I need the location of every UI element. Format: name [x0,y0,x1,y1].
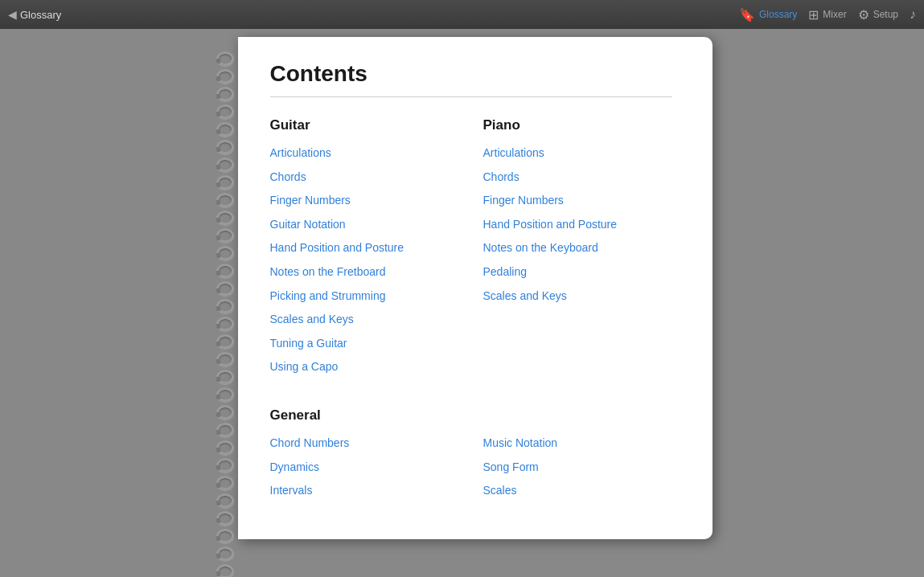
spiral-ring [216,158,234,172]
general-section: General Chord Numbers Dynamics Intervals… [270,407,672,507]
spiral-ring [216,387,234,402]
guitar-tuning-link[interactable]: Tuning a Guitar [270,336,459,352]
spiral-ring [216,140,234,154]
spiral-ring [216,511,234,526]
general-intervals-link[interactable]: Intervals [270,483,459,499]
general-left: Chord Numbers Dynamics Intervals [270,436,459,507]
piano-chords-link[interactable]: Chords [483,170,672,186]
glossary-icon: 🔖 [739,7,755,23]
guitar-notes-fretboard-link[interactable]: Notes on the Fretboard [270,264,459,280]
spiral-ring [216,228,234,243]
spiral-ring [216,493,234,508]
piano-pedaling-link[interactable]: Pedaling [483,264,672,280]
spiral-ring [216,264,234,278]
guitar-capo-link[interactable]: Using a Capo [270,359,459,375]
nav-mixer[interactable]: ⊞ Mixer [808,7,846,23]
titlebar-nav: 🔖 Glossary ⊞ Mixer ⚙ Setup ♪ [739,0,916,29]
general-dynamics-link[interactable]: Dynamics [270,460,459,476]
notebook: Contents Guitar Articulations Chords Fin… [212,37,713,577]
general-right: Music Notation Song Form Scales [483,436,672,507]
glossary-label: Glossary [759,9,797,20]
spiral-ring [216,564,234,577]
divider [270,96,672,97]
notebook-page: Contents Guitar Articulations Chords Fin… [238,37,713,539]
spiral-ring [216,281,234,296]
spiral-ring [216,458,234,473]
piano-hand-position-link[interactable]: Hand Position and Posture [483,217,672,233]
general-chord-numbers-link[interactable]: Chord Numbers [270,436,459,452]
piano-finger-numbers-link[interactable]: Finger Numbers [483,193,672,209]
general-heading: General [270,407,672,424]
general-music-notation-link[interactable]: Music Notation [483,436,672,452]
music-icon: ♪ [910,7,916,22]
mixer-label: Mixer [823,9,846,20]
guitar-articulations-link[interactable]: Articulations [270,145,459,162]
guitar-notation-link[interactable]: Guitar Notation [270,217,459,233]
nav-glossary[interactable]: 🔖 Glossary [739,7,797,23]
guitar-finger-numbers-link[interactable]: Finger Numbers [270,193,459,209]
nav-music[interactable]: ♪ [910,7,916,22]
general-song-form-link[interactable]: Song Form [483,460,672,476]
spiral-ring [216,104,234,119]
spiral-ring [216,175,234,190]
spiral-ring [216,546,234,561]
spiral-ring [216,193,234,207]
spiral-ring [216,352,234,366]
guitar-heading: Guitar [270,117,459,133]
main-area: Contents Guitar Articulations Chords Fin… [0,29,924,577]
spiral-ring [216,299,234,313]
guitar-scales-keys-link[interactable]: Scales and Keys [270,312,459,328]
guitar-chords-link[interactable]: Chords [270,170,459,186]
piano-heading: Piano [483,117,672,133]
spiral-binding [212,37,238,577]
general-scales-link[interactable]: Scales [483,483,672,499]
spiral-ring [216,69,234,84]
spiral-ring [216,370,234,384]
spiral-ring [216,529,234,543]
back-button[interactable]: ◀ Glossary [8,8,61,21]
titlebar: ◀ Glossary 🔖 Glossary ⊞ Mixer ⚙ Setup ♪ [0,0,924,29]
piano-notes-keyboard-link[interactable]: Notes on the Keyboard [483,240,672,256]
spiral-ring [216,246,234,260]
titlebar-title: Glossary [20,9,61,21]
general-grid: Chord Numbers Dynamics Intervals Music N… [270,436,672,507]
nav-setup[interactable]: ⚙ Setup [858,7,898,23]
guitar-section: Guitar Articulations Chords Finger Numbe… [270,117,459,383]
mixer-icon: ⊞ [808,7,819,23]
setup-label: Setup [873,9,898,20]
page-title: Contents [270,61,672,87]
spiral-ring [216,476,234,490]
piano-articulations-link[interactable]: Articulations [483,145,672,162]
spiral-ring [216,405,234,419]
piano-scales-keys-link[interactable]: Scales and Keys [483,288,672,305]
spiral-ring [216,122,234,137]
guitar-hand-position-link[interactable]: Hand Position and Posture [270,240,459,256]
spiral-ring [216,51,234,66]
spiral-ring [216,317,234,331]
content-grid: Guitar Articulations Chords Finger Numbe… [270,117,672,383]
spiral-ring [216,440,234,455]
spiral-ring [216,87,234,101]
setup-icon: ⚙ [858,7,869,23]
guitar-picking-strumming-link[interactable]: Picking and Strumming [270,288,459,305]
spiral-ring [216,423,234,437]
spiral-ring [216,334,234,349]
back-arrow-icon: ◀ [8,8,17,21]
spiral-ring [216,211,234,225]
piano-section: Piano Articulations Chords Finger Number… [483,117,672,383]
